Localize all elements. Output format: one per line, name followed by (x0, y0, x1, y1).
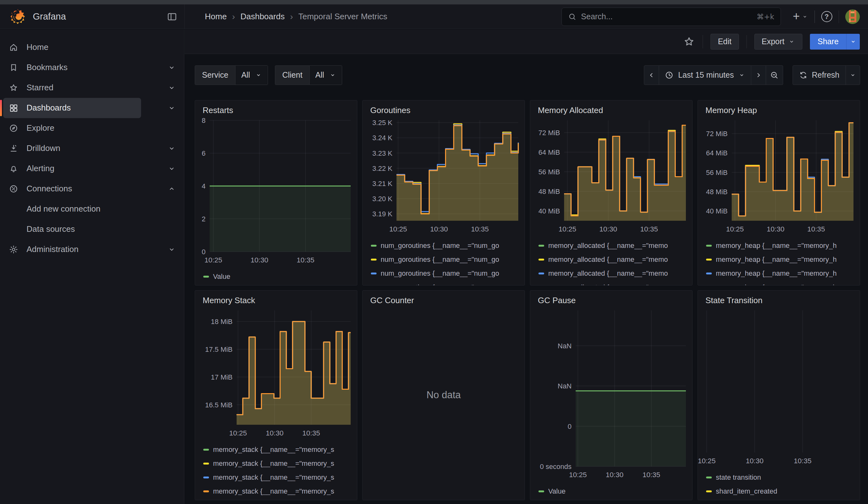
chart-canvas[interactable]: 16.5 MiB17 MiB17.5 MiB18 MiB10:2510:3010… (199, 309, 356, 439)
share-dropdown-button[interactable] (846, 34, 860, 50)
chevron-down-icon (788, 38, 795, 45)
zoom-out-button[interactable] (766, 65, 783, 85)
svg-text:3.24 K: 3.24 K (372, 134, 393, 142)
chevron-up-icon[interactable] (168, 185, 176, 193)
refresh-interval-button[interactable] (846, 65, 860, 85)
legend-item[interactable]: memory_allocated {__name__="memo (538, 241, 692, 250)
chart-canvas[interactable]: 10:2510:3010:35 (702, 309, 859, 466)
edit-button[interactable]: Edit (711, 34, 738, 50)
legend-item[interactable]: memory_stack {__name__="memory_s (203, 445, 357, 454)
filter-client-value[interactable]: All (309, 66, 342, 85)
sidebar-item-label: Data sources (27, 224, 75, 234)
legend-item[interactable]: memory_stack {__name__="memory_s (203, 487, 357, 495)
panel-title[interactable]: GC Pause (530, 290, 692, 307)
svg-text:4: 4 (202, 182, 206, 190)
legend-swatch (538, 491, 544, 492)
time-back-button[interactable] (644, 65, 659, 85)
legend-item[interactable]: shard_item_created (706, 487, 860, 495)
legend-item[interactable]: memory_heap {__name__="memory_h (706, 256, 860, 264)
panel-title[interactable]: Memory Heap (698, 101, 860, 116)
legend-swatch (371, 259, 376, 260)
panel-title[interactable]: Memory Stack (195, 290, 357, 307)
filter-service-value[interactable]: All (235, 66, 268, 85)
chart-canvas[interactable]: 40 MiB48 MiB56 MiB64 MiB72 MiB10:2510:30… (535, 119, 692, 235)
help-button[interactable]: ? (821, 11, 832, 22)
sidebar-item-add-new-connection[interactable]: Add new connection (3, 199, 141, 219)
sidebar-item-starred[interactable]: Starred (3, 78, 141, 98)
favorite-star-icon[interactable] (683, 36, 695, 48)
legend-label: memory_stack {__name__="memory_s (213, 473, 334, 482)
legend-item[interactable]: memory_heap {__name__="memory_h (706, 241, 860, 250)
time-forward-button[interactable] (751, 65, 766, 85)
sidebar-item-label: Starred (27, 83, 53, 93)
sidebar-toggle-icon[interactable] (167, 11, 177, 22)
panel-title[interactable]: State Transition (698, 290, 860, 307)
avatar[interactable] (845, 10, 860, 24)
sidebar-item-explore[interactable]: Explore (3, 118, 141, 138)
legend-item[interactable]: Value (538, 487, 692, 495)
svg-text:0: 0 (568, 422, 572, 430)
legend-item[interactable]: memory_allocated {__name__="memo (538, 269, 692, 278)
export-button[interactable]: Export (754, 34, 802, 50)
sidebar-item-dashboards[interactable]: Dashboards (3, 98, 141, 118)
sidebar-item-bookmarks[interactable]: Bookmarks (3, 58, 141, 78)
share-button[interactable]: Share (810, 34, 846, 50)
sidebar-item-alerting[interactable]: Alerting (3, 158, 141, 179)
chart-canvas[interactable]: 0246810:2510:3010:35 (199, 119, 356, 266)
svg-text:10:25: 10:25 (389, 225, 407, 233)
legend-item[interactable]: num_goroutines {__name__="num_go (371, 241, 525, 250)
breadcrumb-home[interactable]: Home (205, 12, 227, 21)
legend-item[interactable]: num_goroutines {__name__="num_go (371, 256, 525, 264)
svg-text:10:35: 10:35 (642, 471, 660, 479)
legend-item[interactable]: memory_allocated {__name__="memo (538, 256, 692, 264)
sidebar-item-label: Dashboards (27, 103, 71, 113)
legend-label: state transition (716, 473, 761, 482)
sidebar-item-label: Connections (27, 184, 72, 194)
svg-text:3.25 K: 3.25 K (372, 119, 393, 127)
panel-title[interactable]: Memory Allocated (530, 101, 692, 116)
legend-item[interactable]: num_goroutines {__name__="num_go (371, 269, 525, 278)
sidebar-item-drilldown[interactable]: Drilldown (3, 138, 141, 158)
chevron-down-icon[interactable] (168, 144, 176, 153)
svg-text:18 MiB: 18 MiB (211, 318, 232, 326)
panel-title[interactable]: Goroutines (363, 101, 525, 116)
svg-text:10:30: 10:30 (606, 471, 623, 479)
legend-label: memory_stack {__name__="memory_s (213, 460, 334, 468)
chevron-down-icon[interactable] (168, 245, 176, 254)
legend-item[interactable]: Value (203, 272, 357, 281)
panel-title[interactable]: Restarts (195, 101, 357, 116)
sidebar-item-connections[interactable]: Connections (3, 179, 141, 199)
legend-item[interactable]: memory_stack {__name__="memory_s (203, 473, 357, 482)
sidebar-item-data-sources[interactable]: Data sources (3, 219, 141, 239)
svg-text:NaN: NaN (558, 382, 572, 390)
refresh-icon (799, 71, 807, 79)
chart-canvas[interactable]: 3.25 K3.24 K3.23 K3.22 K3.21 K3.20 K3.19… (367, 119, 524, 235)
plus-icon: + (793, 10, 800, 22)
breadcrumb-dashboards[interactable]: Dashboards (240, 12, 285, 21)
legend-item[interactable]: memory_stack {__name__="memory_s (203, 460, 357, 468)
breadcrumb-separator: › (232, 12, 235, 22)
chevron-down-icon[interactable] (168, 104, 176, 112)
sidebar-item-label: Drilldown (27, 143, 60, 153)
chevron-down-icon[interactable] (168, 63, 176, 72)
add-button[interactable]: + (793, 11, 808, 22)
legend-item[interactable]: num_goroutines {__name__="num_go (371, 283, 525, 285)
legend-item[interactable]: state transition (706, 473, 860, 482)
chart-canvas[interactable]: 40 MiB48 MiB56 MiB64 MiB72 MiB10:2510:30… (702, 119, 859, 235)
legend-item[interactable]: memory_heap {__name__="memory_h (706, 283, 860, 285)
grafana-logo-icon (9, 9, 26, 25)
sidebar-item-home[interactable]: Home (3, 37, 141, 58)
sidebar-item-administration[interactable]: Administration (3, 239, 141, 260)
refresh-label: Refresh (812, 70, 840, 80)
chevron-down-icon[interactable] (168, 165, 176, 173)
refresh-button[interactable]: Refresh (793, 65, 846, 85)
legend-item[interactable]: memory_allocated {__name__="memo (538, 283, 692, 285)
time-range-picker[interactable]: Last 15 minutes (659, 65, 751, 85)
legend-item[interactable]: memory_heap {__name__="memory_h (706, 269, 860, 278)
search-input[interactable]: Search... ⌘+k (561, 8, 781, 26)
svg-text:10:25: 10:25 (205, 256, 222, 264)
chevron-down-icon[interactable] (168, 84, 176, 92)
chart-canvas[interactable]: 0 seconds0NaNNaN10:2510:3010:35 (535, 309, 692, 480)
star-icon (9, 83, 18, 93)
panel-legend: Value (195, 266, 357, 285)
